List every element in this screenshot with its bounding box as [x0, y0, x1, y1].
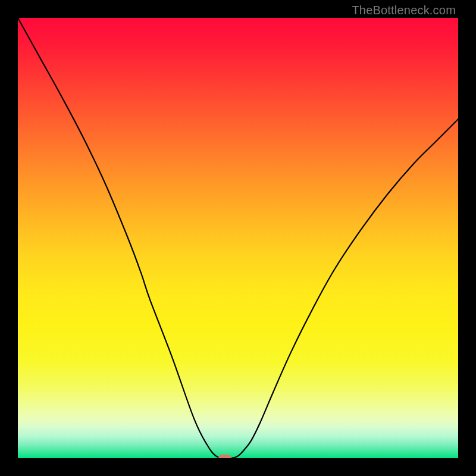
curve-svg: [18, 18, 458, 458]
optimal-point-marker: [218, 455, 231, 458]
plot-area: [18, 18, 458, 458]
bottleneck-curve: [18, 18, 458, 458]
chart-frame: TheBottleneck.com: [0, 0, 476, 476]
watermark-text: TheBottleneck.com: [352, 4, 456, 17]
